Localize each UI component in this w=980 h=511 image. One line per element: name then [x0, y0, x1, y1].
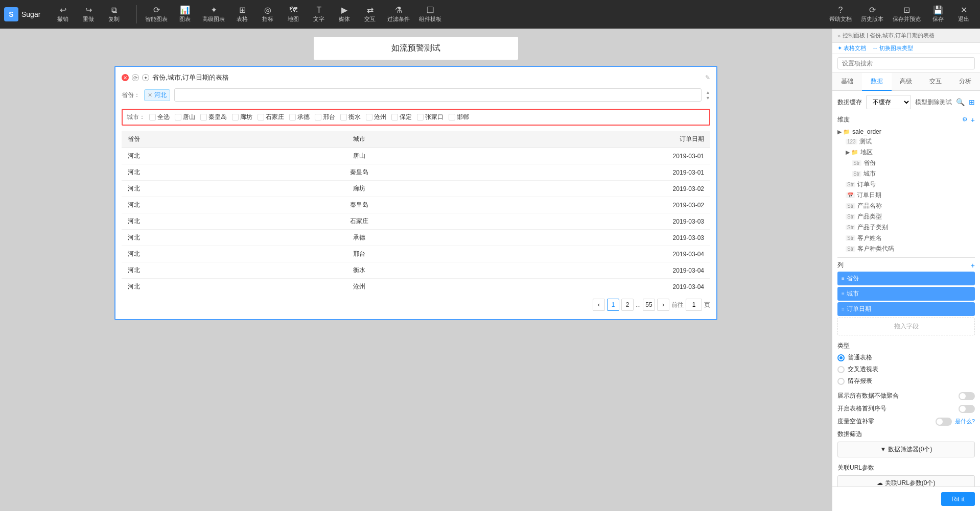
expand-icon[interactable]: ⊞: [969, 98, 975, 106]
tree-item-product-type[interactable]: Str 产品类型: [837, 211, 975, 222]
city-checkbox-item[interactable]: 衡水: [340, 113, 361, 121]
page-55-button[interactable]: 55: [643, 299, 655, 311]
city-checkbox[interactable]: [417, 114, 424, 120]
help-button[interactable]: ? 帮助文档: [825, 4, 856, 25]
city-checkbox[interactable]: [258, 114, 264, 120]
city-checkbox-item[interactable]: 石家庄: [258, 113, 284, 121]
filter-button[interactable]: ⚗ 过滤条件: [383, 4, 414, 25]
url-param-button[interactable]: ☁ 关联URL参数(0个): [837, 475, 975, 486]
right-panel: » 控制面板 | 省份,城市,订单日期的表格 ✦ 表格文档 ↔ 切换图表类型 基…: [832, 29, 980, 511]
widget-refresh-button[interactable]: ⟳: [132, 74, 139, 81]
tree-item-city[interactable]: Str 城市: [837, 168, 975, 179]
tab-basic[interactable]: 基础: [832, 73, 862, 91]
radio-pivot-table[interactable]: 交叉透视表: [837, 365, 975, 374]
indicator-button[interactable]: ◎ 指标: [255, 4, 280, 25]
exit-button[interactable]: ✕ 退出: [951, 4, 976, 25]
city-checkbox[interactable]: [391, 114, 398, 120]
city-label-text: 邯郸: [457, 113, 469, 121]
city-checkbox[interactable]: [149, 114, 156, 120]
cache-select[interactable]: 不缓存: [866, 95, 911, 109]
copy-button[interactable]: ⧉ 复制: [102, 4, 126, 25]
column-item-province[interactable]: ≡ 省份: [837, 272, 975, 285]
tree-item-province[interactable]: Str 省份: [837, 158, 975, 168]
page-1-button[interactable]: 1: [607, 299, 619, 311]
city-checkbox-item[interactable]: 全选: [149, 113, 170, 121]
column-placeholder[interactable]: 拖入字段: [837, 318, 975, 335]
tree-group-header[interactable]: ▶ 📁 sale_order: [837, 127, 975, 136]
dimension-add-button[interactable]: +: [971, 116, 975, 124]
radio-normal-table[interactable]: 普通表格: [837, 353, 975, 362]
widget-close-button[interactable]: ✕: [122, 74, 129, 81]
save-button[interactable]: 💾 保存: [926, 4, 950, 25]
show-all-data-toggle[interactable]: [959, 392, 975, 400]
row-number-toggle[interactable]: [959, 405, 975, 413]
city-checkbox[interactable]: [289, 114, 296, 120]
settings-search-input[interactable]: [837, 57, 975, 69]
city-checkbox-item[interactable]: 廊坊: [232, 113, 252, 121]
page-2-button[interactable]: 2: [621, 299, 634, 311]
rit-it-button[interactable]: Rit it: [941, 492, 975, 506]
ai-chart-button[interactable]: ⟳ 智能图表: [141, 4, 172, 25]
table-button[interactable]: ⊞ 表格: [230, 4, 254, 25]
city-checkbox[interactable]: [366, 114, 372, 120]
tree-item-test[interactable]: 123 测试: [837, 136, 975, 147]
column-item-date[interactable]: ≡ 订单日期: [837, 302, 975, 316]
chart-widget[interactable]: ✕ ⟳ ✦ 省份,城市,订单日期的表格 ✎ 省份： ✕ 河北 ▲ ▼: [114, 66, 717, 320]
advanced-chart-button[interactable]: ✦ 高级图表: [198, 4, 229, 25]
map-button[interactable]: 🗺 地图: [281, 4, 306, 25]
save-preview-button[interactable]: ⊡ 保存并预览: [889, 4, 925, 25]
tree-item-customer-name[interactable]: Str 客户姓名: [837, 233, 975, 244]
chart-button[interactable]: 📊 图表: [173, 4, 197, 25]
city-checkbox-item[interactable]: 承德: [289, 113, 310, 121]
panel-expand-button[interactable]: »: [837, 33, 841, 39]
radio-retention-table[interactable]: 留存报表: [837, 377, 975, 385]
undo-button[interactable]: ↩ 撤销: [51, 4, 75, 25]
province-tag-close[interactable]: ✕: [148, 92, 152, 99]
zero-fill-toggle[interactable]: [936, 418, 952, 426]
tree-item-customer-code[interactable]: Str 客户种类代码: [837, 244, 975, 254]
province-input[interactable]: [174, 88, 702, 102]
column-item-city[interactable]: ≡ 城市: [837, 287, 975, 301]
history-button[interactable]: ⟳ 历史版本: [857, 4, 888, 25]
city-checkbox-item[interactable]: 保定: [391, 113, 412, 121]
province-label: 省份：: [122, 91, 140, 100]
city-checkbox-item[interactable]: 唐山: [175, 113, 195, 121]
city-checkbox[interactable]: [315, 114, 321, 120]
tree-item-order-date[interactable]: 📅 订单日期: [837, 190, 975, 201]
goto-input[interactable]: [686, 299, 702, 311]
table-doc-link[interactable]: ✦ 表格文档 ↔ 切换图表类型: [832, 43, 980, 54]
city-checkbox-item[interactable]: 张家口: [417, 113, 444, 121]
tab-advanced[interactable]: 高级: [892, 73, 921, 91]
interaction-button[interactable]: ⇄ 交互: [358, 4, 382, 25]
media-button[interactable]: ▶ 媒体: [332, 4, 357, 25]
tree-item-region[interactable]: ▶ 📁 地区: [837, 147, 975, 158]
city-checkbox[interactable]: [175, 114, 181, 120]
text-button[interactable]: T 文字: [307, 4, 331, 25]
prev-page-button[interactable]: ‹: [593, 299, 605, 311]
province-arrows[interactable]: ▲ ▼: [706, 90, 710, 101]
city-checkbox[interactable]: [200, 114, 207, 120]
tab-data[interactable]: 数据: [862, 73, 892, 91]
dimension-settings-button[interactable]: ⚙: [962, 116, 968, 124]
search-icon[interactable]: 🔍: [956, 98, 965, 106]
tree-item-order-no[interactable]: Str 订单号: [837, 179, 975, 190]
tree-item-product-name[interactable]: Str 产品名称: [837, 201, 975, 211]
city-checkbox[interactable]: [232, 114, 239, 120]
component-button[interactable]: ❑ 组件模板: [415, 4, 446, 25]
widget-edit-button[interactable]: ✎: [705, 74, 710, 81]
data-filter-button[interactable]: ▼ 数据筛选器(0个): [837, 442, 975, 457]
city-checkbox[interactable]: [340, 114, 347, 120]
zero-fill-help[interactable]: 是什么?: [955, 418, 975, 425]
city-checkbox-item[interactable]: 秦皇岛: [200, 113, 227, 121]
tab-interaction[interactable]: 交互: [921, 73, 950, 91]
columns-add-button[interactable]: +: [971, 261, 975, 270]
tree-item-product-subcategory[interactable]: Str 产品子类别: [837, 222, 975, 233]
city-checkbox-item[interactable]: 沧州: [366, 113, 386, 121]
redo-button[interactable]: ↪ 重做: [76, 4, 101, 25]
city-checkbox-item[interactable]: 邯郸: [449, 113, 469, 121]
city-checkbox[interactable]: [449, 114, 455, 120]
city-checkbox-item[interactable]: 邢台: [315, 113, 335, 121]
tab-analysis[interactable]: 分析: [950, 73, 980, 91]
next-page-button[interactable]: ›: [657, 299, 669, 311]
widget-pin-button[interactable]: ✦: [142, 74, 149, 81]
